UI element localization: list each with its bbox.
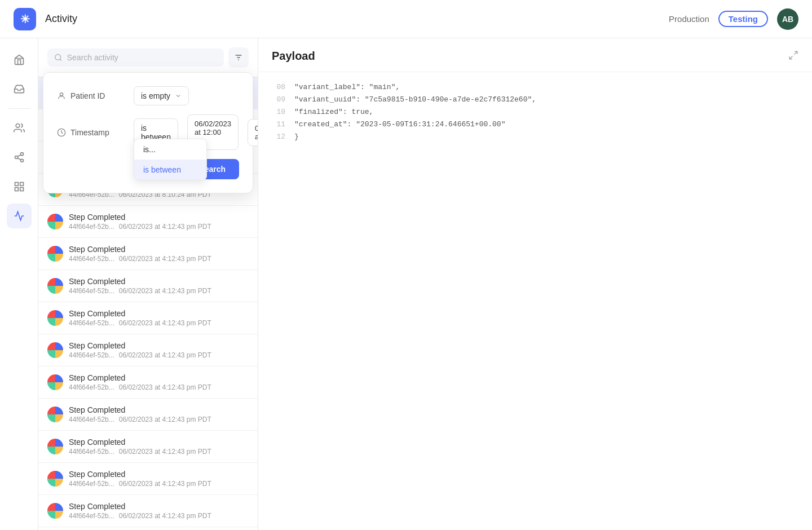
activity-title: Step Completed xyxy=(69,373,249,382)
timestamp-label: Timestamp xyxy=(57,128,125,137)
payload-header: Payload xyxy=(258,38,812,72)
sidebar-item-users[interactable] xyxy=(7,116,32,140)
clock-icon xyxy=(57,128,66,137)
activity-uuid: 44f664ef-52b... xyxy=(69,287,114,295)
svg-rect-7 xyxy=(15,183,18,186)
svg-point-11 xyxy=(55,54,61,60)
svg-rect-9 xyxy=(15,188,18,191)
activity-date: 06/02/2023 at 4:12:43 pm PDT xyxy=(119,448,211,456)
line-content: "variant_uuid": "7c5a9815-b910-490e-a7de… xyxy=(294,94,536,106)
activity-uuid: 44f664ef-52b... xyxy=(69,351,114,359)
line-content: } xyxy=(294,131,299,143)
avatar[interactable]: AB xyxy=(777,8,798,30)
activity-meta: 44f664ef-52b... 06/02/2023 at 4:12:43 pm… xyxy=(69,416,249,423)
activity-date: 06/02/2023 at 4:12:43 pm PDT xyxy=(119,383,211,391)
list-item[interactable]: Step Completed 44f664ef-52b... 06/02/202… xyxy=(38,238,258,270)
payload-code: 08 "variant_label": "main",09 "variant_u… xyxy=(258,72,812,152)
activity-title: Step Completed xyxy=(69,213,249,222)
dropdown-option-is[interactable]: is... xyxy=(134,139,206,160)
svg-rect-8 xyxy=(20,183,23,186)
search-bar xyxy=(38,38,258,77)
activity-meta: 44f664ef-52b... 06/02/2023 at 4:12:43 pm… xyxy=(69,351,249,359)
sidebar-item-inbox[interactable] xyxy=(7,77,32,101)
workflows-icon xyxy=(14,152,25,163)
code-line: 09 "variant_uuid": "7c5a9815-b910-490e-a… xyxy=(272,94,798,106)
svg-point-3 xyxy=(15,156,17,159)
list-item[interactable]: Step Completed 44f664ef-52b... 06/02/202… xyxy=(38,334,258,366)
activity-meta: 44f664ef-52b... 06/02/2023 at 4:12:43 pm… xyxy=(69,383,249,391)
activity-uuid: 44f664ef-52b... xyxy=(69,480,114,488)
filter-panel: Patient ID is empty Timestamp is between xyxy=(43,72,253,193)
line-content: "variant_label": "main", xyxy=(294,81,400,94)
list-item[interactable]: Step Completed 44f664ef-52b... 06/02/202… xyxy=(38,270,258,302)
patient-id-label: Patient ID xyxy=(57,91,125,100)
env-production-button[interactable]: Production xyxy=(669,14,709,24)
activity-uuid: 44f664ef-52b... xyxy=(69,223,114,231)
code-line: 08 "variant_label": "main", xyxy=(272,81,798,94)
line-content: "finalized": true, xyxy=(294,106,373,118)
patient-id-condition-select[interactable]: is empty xyxy=(134,86,189,105)
activity-icon xyxy=(47,503,63,519)
activity-meta: 44f664ef-52b... 06/02/2023 at 4:12:43 pm… xyxy=(69,287,249,295)
line-number: 11 xyxy=(272,118,285,131)
list-item[interactable]: Step Completed 44f664ef-52b... 06/02/202… xyxy=(38,399,258,431)
svg-point-1 xyxy=(16,124,20,128)
search-input-wrapper[interactable] xyxy=(47,48,224,67)
list-item[interactable]: Step Completed 44f664ef-52b... 06/02/202… xyxy=(38,302,258,334)
timestamp-dropdown-menu: is... is between xyxy=(134,139,207,180)
sidebar-item-workflows[interactable] xyxy=(7,145,32,170)
svg-line-18 xyxy=(795,51,797,54)
env-testing-button[interactable]: Testing xyxy=(718,11,768,27)
inbox-icon xyxy=(14,83,25,95)
sidebar-item-dashboard[interactable] xyxy=(7,47,32,72)
analytics-icon xyxy=(14,210,25,222)
activity-uuid: 44f664ef-52b... xyxy=(69,383,114,391)
activity-title: Step Completed xyxy=(69,245,249,254)
modules-icon xyxy=(14,181,25,192)
svg-rect-10 xyxy=(20,188,23,191)
patient-icon xyxy=(57,91,66,100)
activity-title: Step Completed xyxy=(69,502,249,511)
activity-uuid: 44f664ef-52b... xyxy=(69,255,114,263)
left-panel: Patient ID is empty Timestamp is between xyxy=(38,38,258,530)
collapse-icon[interactable] xyxy=(788,50,798,63)
activity-date: 06/02/2023 at 4:12:43 pm PDT xyxy=(119,416,211,423)
users-icon xyxy=(14,122,25,134)
svg-line-6 xyxy=(17,154,21,156)
activity-date: 06/02/2023 at 4:12:43 pm PDT xyxy=(119,255,211,263)
date-to-input[interactable]: 06/02/2023 at 4:00 pm xyxy=(248,119,258,146)
code-line: 11 "created_at": "2023-05-09T16:31:24.64… xyxy=(272,118,798,131)
dropdown-option-is-between[interactable]: is between xyxy=(134,160,206,180)
list-item[interactable]: Step Completed 44f664ef-52b... 06/02/202… xyxy=(38,366,258,399)
svg-line-12 xyxy=(60,59,61,61)
app-logo: ✳ xyxy=(14,8,36,30)
right-panel: Payload 08 "variant_label": "main",09 "v… xyxy=(258,38,812,530)
activity-title: Step Completed xyxy=(69,277,249,286)
topbar-right: Production Testing AB xyxy=(669,8,798,30)
activity-meta: 44f664ef-52b... 06/02/2023 at 4:12:43 pm… xyxy=(69,223,249,231)
list-item[interactable]: Step Completed 44f664ef-52b... 06/02/202… xyxy=(38,495,258,527)
list-item[interactable]: Step Completed 44f664ef-52b... 06/02/202… xyxy=(38,431,258,463)
sidebar xyxy=(0,38,38,530)
svg-line-5 xyxy=(17,158,21,160)
search-input[interactable] xyxy=(67,53,217,62)
line-number: 09 xyxy=(272,94,285,106)
list-item[interactable]: Step Completed 44f664ef-52b... 06/02/202… xyxy=(38,206,258,238)
activity-content: Step Completed 44f664ef-52b... 06/02/202… xyxy=(69,309,249,327)
activity-content: Step Completed 44f664ef-52b... 06/02/202… xyxy=(69,213,249,231)
activity-uuid: 44f664ef-52b... xyxy=(69,416,114,423)
svg-rect-0 xyxy=(15,59,23,65)
list-item[interactable]: Step Completed 44f664ef-52b... 06/02/202… xyxy=(38,463,258,495)
filter-button[interactable] xyxy=(228,47,249,68)
list-item[interactable]: Step Completed 44f664ef-52b... 06/02/202… xyxy=(38,527,258,530)
activity-meta: 44f664ef-52b... 06/02/2023 at 4:12:43 pm… xyxy=(69,319,249,327)
sidebar-item-analytics[interactable] xyxy=(7,204,32,228)
activity-content: Step Completed 44f664ef-52b... 06/02/202… xyxy=(69,373,249,391)
search-icon xyxy=(54,53,63,62)
activity-icon xyxy=(47,342,63,358)
line-number: 12 xyxy=(272,131,285,143)
sidebar-item-modules[interactable] xyxy=(7,174,32,199)
activity-icon xyxy=(47,439,63,454)
code-line: 10 "finalized": true, xyxy=(272,106,798,118)
line-content: "created_at": "2023-05-09T16:31:24.64665… xyxy=(294,118,505,131)
